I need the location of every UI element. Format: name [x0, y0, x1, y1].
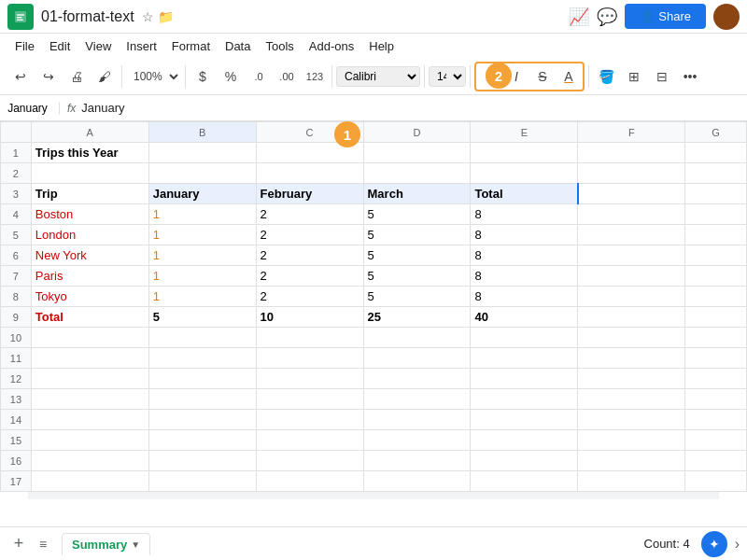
- avatar[interactable]: [713, 4, 740, 30]
- file-title[interactable]: 01-format-text: [41, 8, 134, 25]
- cell[interactable]: [148, 348, 256, 369]
- cell[interactable]: [148, 389, 256, 410]
- merge-button[interactable]: ⊟: [649, 63, 675, 90]
- cell[interactable]: [363, 143, 471, 163]
- cell[interactable]: February: [256, 184, 363, 204]
- cell[interactable]: [471, 369, 578, 389]
- cell[interactable]: [471, 348, 578, 369]
- cell[interactable]: [578, 287, 685, 307]
- cell[interactable]: 1: [148, 225, 256, 245]
- cell[interactable]: 2: [256, 225, 363, 245]
- cell[interactable]: [148, 369, 256, 389]
- cell[interactable]: [256, 163, 363, 184]
- print-button[interactable]: 🖨: [63, 63, 90, 90]
- fill-color-button[interactable]: 🪣: [593, 63, 619, 90]
- col-header-g[interactable]: G: [685, 122, 747, 143]
- list-sheets-button[interactable]: ≡: [32, 533, 54, 555]
- menu-addons[interactable]: Add-ons: [302, 36, 361, 56]
- menu-view[interactable]: View: [78, 36, 119, 56]
- sheet-tab-summary[interactable]: Summary ▼: [62, 533, 150, 555]
- redo-button[interactable]: ↪: [35, 63, 62, 90]
- cell[interactable]: 8: [471, 225, 578, 245]
- menu-help[interactable]: Help: [361, 36, 402, 56]
- strikethrough-button[interactable]: S: [529, 64, 556, 89]
- cell[interactable]: [256, 430, 363, 451]
- cell[interactable]: [578, 451, 685, 471]
- cell[interactable]: [31, 348, 148, 369]
- cell[interactable]: [471, 430, 578, 451]
- col-header-a[interactable]: A: [31, 122, 148, 143]
- cell[interactable]: Boston: [31, 204, 148, 225]
- cell[interactable]: [685, 369, 747, 389]
- cell[interactable]: [685, 163, 747, 184]
- cell[interactable]: 1: [148, 287, 256, 307]
- cell[interactable]: [148, 163, 256, 184]
- cell[interactable]: [256, 328, 363, 348]
- cell[interactable]: 2: [256, 287, 363, 307]
- cell[interactable]: [363, 451, 471, 471]
- cell[interactable]: [31, 410, 148, 430]
- cell[interactable]: [578, 225, 685, 245]
- cell[interactable]: March: [363, 184, 471, 204]
- borders-button[interactable]: ⊞: [621, 63, 647, 90]
- percent-button[interactable]: %: [218, 63, 244, 90]
- cell[interactable]: [685, 328, 747, 348]
- scroll-right-icon[interactable]: ›: [735, 536, 740, 553]
- menu-format[interactable]: Format: [164, 36, 218, 56]
- cell[interactable]: [578, 204, 685, 225]
- font-size-selector[interactable]: 14: [429, 66, 466, 87]
- menu-data[interactable]: Data: [218, 36, 258, 56]
- cell[interactable]: [148, 471, 256, 492]
- more-button[interactable]: •••: [677, 63, 703, 90]
- cell[interactable]: [578, 328, 685, 348]
- cell[interactable]: [256, 348, 363, 369]
- cell[interactable]: 2: [256, 245, 363, 266]
- cell[interactable]: [685, 287, 747, 307]
- cell[interactable]: 5: [363, 225, 471, 245]
- cell[interactable]: January: [148, 184, 256, 204]
- decimal1-button[interactable]: .0: [246, 63, 272, 90]
- undo-button[interactable]: ↩: [7, 63, 34, 90]
- cell[interactable]: [363, 430, 471, 451]
- cell[interactable]: [31, 389, 148, 410]
- cell[interactable]: 25: [363, 307, 471, 328]
- cell[interactable]: [31, 451, 148, 471]
- cell[interactable]: [578, 348, 685, 369]
- cell[interactable]: 5: [363, 245, 471, 266]
- cell[interactable]: [685, 471, 747, 492]
- comment-icon[interactable]: 💬: [597, 7, 617, 27]
- menu-edit[interactable]: Edit: [42, 36, 78, 56]
- cell[interactable]: [471, 163, 578, 184]
- col-header-b[interactable]: B: [148, 122, 256, 143]
- cell[interactable]: [685, 266, 747, 287]
- cell[interactable]: [685, 348, 747, 369]
- explore-button[interactable]: ✦: [701, 531, 727, 557]
- cell[interactable]: [256, 389, 363, 410]
- cell[interactable]: 8: [471, 287, 578, 307]
- cell[interactable]: [148, 143, 256, 163]
- menu-insert[interactable]: Insert: [119, 36, 164, 56]
- folder-icon[interactable]: 📁: [158, 9, 174, 24]
- cell[interactable]: [685, 430, 747, 451]
- cell[interactable]: 1: [148, 266, 256, 287]
- menu-tools[interactable]: Tools: [258, 36, 301, 56]
- cell[interactable]: Trip: [31, 184, 148, 204]
- cell[interactable]: [578, 471, 685, 492]
- cell[interactable]: [471, 410, 578, 430]
- cell[interactable]: Trips this Year: [31, 143, 148, 163]
- cell[interactable]: 8: [471, 204, 578, 225]
- text-color-button[interactable]: A: [556, 64, 582, 89]
- cell[interactable]: New York: [31, 245, 148, 266]
- cell[interactable]: 1: [148, 245, 256, 266]
- cell[interactable]: [578, 163, 685, 184]
- share-button[interactable]: 👤 Share: [625, 4, 706, 29]
- cell[interactable]: [363, 410, 471, 430]
- font-selector[interactable]: Calibri: [336, 66, 420, 87]
- decimal2-button[interactable]: .00: [274, 63, 300, 90]
- cell[interactable]: 5: [148, 307, 256, 328]
- cell[interactable]: [363, 163, 471, 184]
- cell[interactable]: [148, 410, 256, 430]
- cell[interactable]: 2: [256, 204, 363, 225]
- cell[interactable]: Paris: [31, 266, 148, 287]
- cell[interactable]: [471, 451, 578, 471]
